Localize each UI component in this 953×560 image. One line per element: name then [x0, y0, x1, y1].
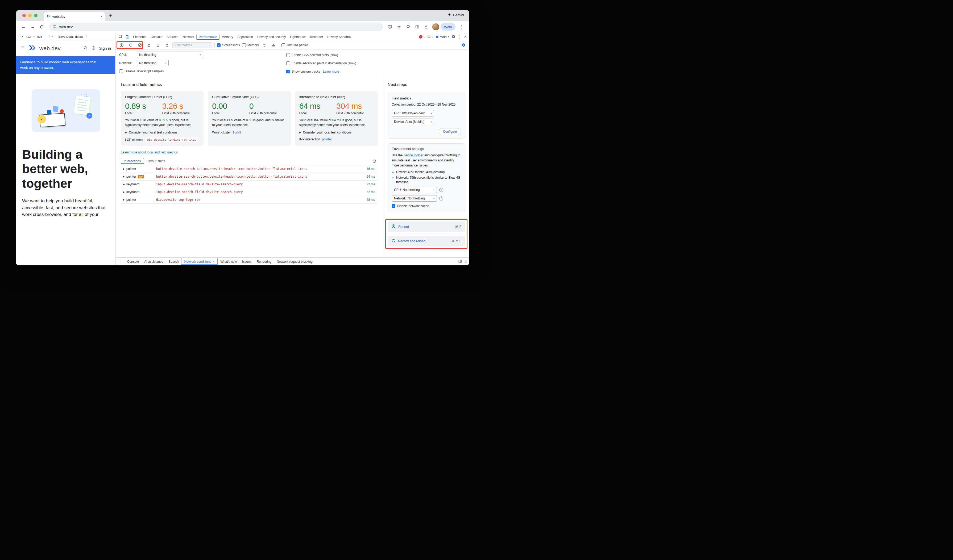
clear-icon[interactable]: [136, 42, 143, 49]
drawer-tab-network-conditions[interactable]: Network conditions×: [181, 258, 217, 265]
interaction-row[interactable]: ▶ pointerINP button.devsite-search-butto…: [121, 173, 378, 181]
browser-menu-icon[interactable]: ⋮: [458, 23, 466, 31]
field-device-select[interactable]: Device: Auto (Mobile)▾: [392, 119, 434, 125]
browser-tab[interactable]: web.dev ×: [43, 12, 106, 21]
tab-lighthouse[interactable]: Lighthouse: [288, 33, 308, 41]
cpu-info-icon[interactable]: i: [439, 188, 443, 192]
tab-privacy-sandbox[interactable]: Privacy Sandbox: [325, 33, 353, 41]
drawer-tab-ai-assistance[interactable]: AI assistance: [141, 258, 166, 265]
back-icon[interactable]: ←: [20, 23, 28, 31]
disable-network-cache-checkbox[interactable]: Disable network cache: [392, 204, 461, 208]
viewport-height-input[interactable]: 823: [37, 35, 42, 38]
memory-checkbox[interactable]: Memory: [242, 43, 259, 47]
address-bar[interactable]: web.dev: [49, 23, 383, 31]
site-settings-icon[interactable]: [53, 25, 57, 29]
tab-sources[interactable]: Sources: [165, 33, 180, 41]
inspect-element-icon[interactable]: [117, 33, 124, 41]
tab-memory[interactable]: Memory: [219, 33, 235, 41]
row-expand-icon[interactable]: ▶: [123, 198, 125, 201]
devtools-close-icon[interactable]: ×: [464, 35, 467, 39]
record-and-reload-button[interactable]: Record and reload ⌘ ⇧ E: [388, 236, 465, 246]
interaction-row[interactable]: ▶ pointer div.devsite-top-logo-row 48 ms: [121, 196, 378, 204]
device-toolbar-more-icon[interactable]: ⋮: [85, 35, 88, 38]
stats-icon[interactable]: [270, 42, 277, 49]
home-live-metrics-icon[interactable]: [163, 42, 170, 49]
lcp-element-node-link[interactable]: div.devsite-landing-row-ite…: [145, 138, 198, 142]
drawer-tab-network-request-blocking[interactable]: Network request blocking: [274, 258, 315, 265]
error-badge[interactable]: ×1: [419, 35, 425, 39]
row-expand-icon[interactable]: ▶: [123, 167, 125, 170]
devtools-settings-gear-icon[interactable]: [452, 34, 455, 39]
dock-side-icon[interactable]: [458, 259, 462, 264]
interaction-row[interactable]: ▶ pointer button.devsite-search-button.d…: [121, 165, 378, 173]
lcp-test-conditions-expander[interactable]: ▶Consider your local test conditions: [125, 131, 199, 134]
row-expand-icon[interactable]: ▶: [123, 175, 125, 178]
tab-interactions[interactable]: Interactions: [121, 158, 144, 164]
configure-button[interactable]: Configure: [439, 128, 461, 135]
hamburger-menu-icon[interactable]: [20, 45, 25, 51]
custom-tracks-learn-more-link[interactable]: Learn more: [323, 70, 339, 73]
drawer-tab-whats-new[interactable]: What's new: [217, 258, 239, 265]
interaction-row[interactable]: ▶ keyboard input.devsite-search-field.de…: [121, 188, 378, 196]
install-icon[interactable]: [386, 23, 394, 31]
side-panel-icon[interactable]: [413, 23, 421, 31]
drawer-tab-search[interactable]: Search: [166, 258, 181, 265]
network-throttling-select[interactable]: No throttling▾: [137, 60, 169, 66]
sidebar-cpu-select[interactable]: CPU: No throttling▾: [392, 187, 437, 193]
tab-recorder[interactable]: Recorder: [308, 33, 325, 41]
row-expand-icon[interactable]: ▶: [123, 191, 125, 193]
record-button[interactable]: Record ⌘ E: [388, 221, 465, 232]
tab-elements[interactable]: Elements: [131, 33, 149, 41]
tab-network[interactable]: Network: [180, 33, 196, 41]
record-icon[interactable]: [118, 42, 125, 49]
disable-js-samples-checkbox[interactable]: Disable JavaScript samples: [119, 70, 164, 73]
tab-layout-shifts[interactable]: Layout shifts: [144, 158, 168, 165]
device-toolbar-toggle-icon[interactable]: [124, 33, 131, 41]
paint-instrumentation-checkbox[interactable]: Enable advanced paint instrumentation (s…: [286, 62, 356, 65]
css-selector-stats-checkbox[interactable]: Enable CSS selector stats (slow): [286, 53, 338, 57]
new-tab-button[interactable]: +: [109, 13, 112, 19]
worst-cluster-link[interactable]: 1 shift: [233, 131, 241, 134]
throttling-dropdown[interactable]: 'Save-Data': defau: [58, 35, 83, 38]
drawer-tab-issues[interactable]: Issues: [239, 258, 254, 265]
drawer-menu-icon[interactable]: ⋮: [118, 260, 124, 263]
webdev-logo-text[interactable]: web.dev: [39, 45, 61, 52]
console-message-badge[interactable]: 2: [427, 35, 433, 39]
sign-in-button[interactable]: Sign in: [99, 46, 111, 51]
screenshots-checkbox[interactable]: Screenshots: [217, 43, 240, 47]
search-icon[interactable]: [83, 46, 88, 51]
close-window-button[interactable]: [22, 14, 26, 17]
downloads-icon[interactable]: [422, 23, 430, 31]
devtools-menu-icon[interactable]: ⋮: [458, 35, 462, 39]
main-context-dropdown[interactable]: Main ▾: [436, 35, 449, 39]
learn-more-metrics-link[interactable]: Learn more about local and field metrics: [121, 150, 177, 154]
promo-banner[interactable]: Guidance to build modern web experiences…: [16, 56, 115, 74]
drawer-tab-console[interactable]: Console: [124, 258, 141, 265]
drawer-tab-close-icon[interactable]: ×: [213, 260, 215, 263]
webdev-logo-icon[interactable]: [28, 45, 36, 52]
show-custom-tracks-checkbox[interactable]: Show custom tracks: [286, 70, 320, 73]
maximize-window-button[interactable]: [34, 14, 37, 17]
extensions-puzzle-icon[interactable]: [404, 23, 412, 31]
inp-test-conditions-expander[interactable]: ▶Consider your local test conditions: [299, 131, 374, 134]
save-profile-icon[interactable]: [154, 42, 161, 49]
bookmark-star-icon[interactable]: [395, 23, 403, 31]
record-and-reload-icon[interactable]: [127, 42, 134, 49]
interaction-row[interactable]: ▶ keyboard input.devsite-search-field.de…: [121, 181, 378, 188]
cpu-throttling-select[interactable]: No throttling▾: [137, 52, 203, 58]
tab-close-icon[interactable]: ×: [101, 15, 103, 19]
tab-privacy-security[interactable]: Privacy and security: [255, 33, 288, 41]
drawer-close-icon[interactable]: ×: [465, 260, 467, 264]
network-info-icon[interactable]: i: [439, 196, 443, 201]
dimensions-dropdown[interactable]: ▾: [19, 35, 23, 38]
row-expand-icon[interactable]: ▶: [123, 183, 125, 186]
sidebar-network-select[interactable]: Network: No throttling▾: [392, 195, 437, 201]
field-url-select[interactable]: URL: https://web.dev/▾: [392, 110, 434, 116]
gemini-button[interactable]: Gemini: [447, 13, 464, 17]
tab-application[interactable]: Application: [235, 33, 255, 41]
clear-log-icon[interactable]: [371, 158, 378, 165]
device-toolbar-link[interactable]: device toolbar: [404, 153, 424, 157]
load-profile-icon[interactable]: [145, 42, 152, 49]
tab-performance[interactable]: Performance: [196, 34, 219, 40]
profile-button[interactable]: Work: [432, 23, 455, 31]
